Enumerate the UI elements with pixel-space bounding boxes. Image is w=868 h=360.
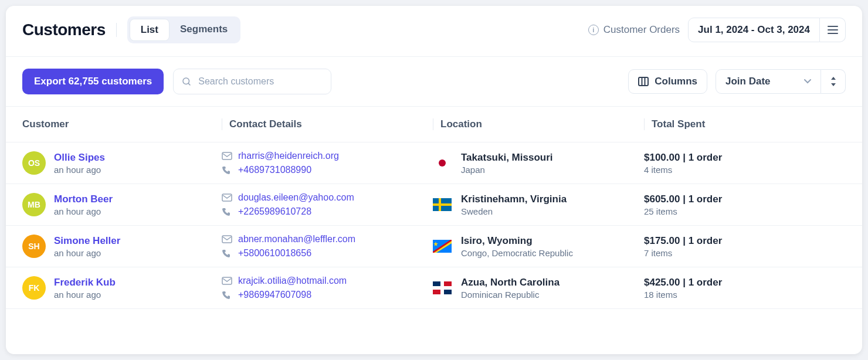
location-cell: Isiro, Wyoming Congo, Democratic Republi… <box>433 235 644 258</box>
search-input[interactable] <box>173 69 331 94</box>
th-location: Location <box>433 118 644 130</box>
header-right: i Customer Orders Jul 1, 2024 - Oct 3, 2… <box>588 18 846 42</box>
search-icon <box>181 76 192 87</box>
phone-icon <box>222 290 232 300</box>
avatar: OS <box>22 151 46 175</box>
customer-time: an hour ago <box>54 165 105 175</box>
view-tabs: List Segments <box>127 16 240 43</box>
spent-items: 18 items <box>644 290 839 300</box>
spent-cell: $100.00 | 1 order 4 items <box>644 152 846 175</box>
contact-cell: krajcik.otilia@hotmail.com +986994760709… <box>222 276 433 300</box>
email-link[interactable]: rharris@heidenreich.org <box>238 151 339 161</box>
customer-cell: FK Frederik Kub an hour ago <box>22 276 222 300</box>
sort-label: Join Date <box>725 76 771 87</box>
table-row[interactable]: MB Morton Beer an hour ago douglas.eilee… <box>6 184 862 226</box>
spent-cell: $605.00 | 1 order 25 items <box>644 193 846 216</box>
phone-icon <box>222 165 232 175</box>
location-cell: Kristinehamn, Virginia Sweden <box>433 193 644 216</box>
table-row[interactable]: SH Simone Heller an hour ago abner.monah… <box>6 226 862 267</box>
customer-name-link[interactable]: Frederik Kub <box>54 277 116 288</box>
header: Customers List Segments i Customer Order… <box>6 6 862 57</box>
customer-cell: MB Morton Beer an hour ago <box>22 193 222 216</box>
sort-group: Join Date <box>716 69 846 94</box>
svg-rect-9 <box>222 236 232 243</box>
flag-icon <box>433 240 452 253</box>
location-cell: Azua, North Carolina Dominican Republic <box>433 277 644 300</box>
customer-time: an hour ago <box>54 206 113 216</box>
svg-point-4 <box>439 159 446 167</box>
table-row[interactable]: FK Frederik Kub an hour ago krajcik.otil… <box>6 267 862 309</box>
table-header: Customer Contact Details Location Total … <box>6 106 862 142</box>
spent-cell: $425.00 | 1 order 18 items <box>644 277 846 300</box>
phone-link[interactable]: +5800610018656 <box>238 248 311 259</box>
hamburger-icon <box>828 26 838 34</box>
svg-rect-14 <box>444 281 452 286</box>
email-link[interactable]: douglas.eileen@yahoo.com <box>238 192 354 203</box>
svg-rect-13 <box>433 281 440 286</box>
svg-rect-5 <box>222 194 232 201</box>
email-icon <box>222 277 232 285</box>
customer-cell: OS Ollie Sipes an hour ago <box>22 151 222 175</box>
email-link[interactable]: abner.monahan@leffler.com <box>238 234 355 244</box>
customer-name-link[interactable]: Morton Beer <box>54 193 113 205</box>
sort-dropdown[interactable]: Join Date <box>716 69 821 94</box>
customer-name-link[interactable]: Simone Heller <box>54 235 120 247</box>
phone-link[interactable]: +2265989610728 <box>238 206 311 217</box>
columns-icon <box>638 77 649 86</box>
toolbar: Export 62,755 customers Columns Join Dat… <box>6 57 862 106</box>
svg-rect-1 <box>639 77 648 86</box>
th-spent: Total Spent <box>644 118 846 130</box>
location-city: Takatsuki, Missouri <box>461 152 553 164</box>
customer-name-link[interactable]: Ollie Sipes <box>54 152 105 164</box>
email-link[interactable]: krajcik.otilia@hotmail.com <box>238 276 347 286</box>
location-city: Isiro, Wyoming <box>461 235 573 247</box>
info-icon: i <box>588 25 599 35</box>
svg-rect-15 <box>433 290 440 294</box>
avatar: FK <box>22 276 46 300</box>
customer-orders-link[interactable]: i Customer Orders <box>588 24 680 36</box>
avatar: SH <box>22 235 46 258</box>
customer-cell: SH Simone Heller an hour ago <box>22 235 222 258</box>
flag-icon <box>433 157 452 169</box>
contact-cell: douglas.eileen@yahoo.com +2265989610728 <box>222 192 433 217</box>
columns-label: Columns <box>655 76 697 87</box>
date-menu-button[interactable] <box>820 18 846 42</box>
location-city: Kristinehamn, Virginia <box>461 193 567 205</box>
table-row[interactable]: OS Ollie Sipes an hour ago rharris@heide… <box>6 142 862 184</box>
email-icon <box>222 235 232 243</box>
customer-time: an hour ago <box>54 248 120 258</box>
email-icon <box>222 193 232 202</box>
search-wrap <box>173 69 331 94</box>
spent-amount: $100.00 | 1 order <box>644 152 839 164</box>
toolbar-right: Columns Join Date <box>628 69 846 94</box>
phone-icon <box>222 207 232 216</box>
th-customer: Customer <box>22 118 222 130</box>
divider <box>116 23 117 37</box>
tab-segments[interactable]: Segments <box>169 19 238 41</box>
location-country: Japan <box>461 165 553 175</box>
location-city: Azua, North Carolina <box>461 277 560 288</box>
svg-rect-16 <box>444 290 452 294</box>
spent-items: 7 items <box>644 248 839 258</box>
customer-orders-label: Customer Orders <box>603 24 680 36</box>
location-country: Dominican Republic <box>461 290 560 300</box>
location-cell: Takatsuki, Missouri Japan <box>433 152 644 175</box>
email-icon <box>222 152 232 160</box>
svg-rect-8 <box>433 203 452 206</box>
spent-amount: $425.00 | 1 order <box>644 277 839 288</box>
date-range-button[interactable]: Jul 1, 2024 - Oct 3, 2024 <box>688 18 820 42</box>
spent-amount: $175.00 | 1 order <box>644 235 839 247</box>
columns-button[interactable]: Columns <box>628 69 707 94</box>
spent-cell: $175.00 | 1 order 7 items <box>644 235 846 258</box>
phone-link[interactable]: +4689731088990 <box>238 165 311 175</box>
sort-direction-button[interactable] <box>821 69 846 94</box>
th-contact: Contact Details <box>222 118 433 130</box>
customer-time: an hour ago <box>54 290 116 300</box>
export-button[interactable]: Export 62,755 customers <box>22 69 164 94</box>
contact-cell: rharris@heidenreich.org +4689731088990 <box>222 151 433 175</box>
location-country: Sweden <box>461 206 567 216</box>
phone-link[interactable]: +9869947607098 <box>238 290 311 300</box>
spent-amount: $605.00 | 1 order <box>644 193 839 205</box>
tab-list[interactable]: List <box>130 19 169 41</box>
flag-icon <box>433 198 452 211</box>
